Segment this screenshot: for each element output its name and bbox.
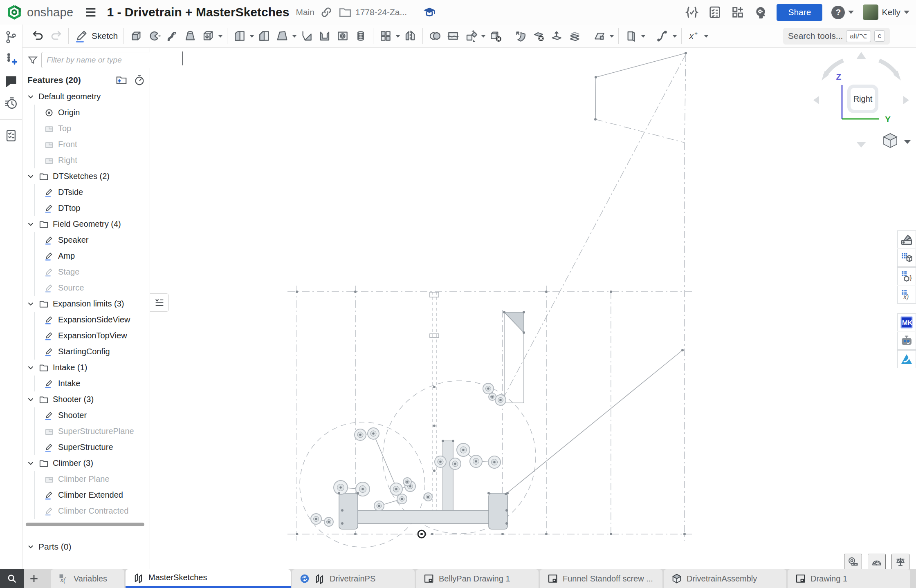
apps-grid-icon[interactable] [731,5,745,19]
fillet-caret-icon[interactable] [249,27,255,45]
tab-drivetrainassembly[interactable]: DrivetrainAssembly [664,569,786,588]
help-icon[interactable]: ? [831,6,845,19]
tab-drivetrainps[interactable]: DrivetrainPS [292,569,415,588]
versions-graph-icon[interactable] [4,30,18,44]
tape-measure-button[interactable] [844,554,862,569]
tree-group-intake-1-[interactable]: Intake (1) [27,360,150,376]
add-folder-icon[interactable] [115,74,128,86]
thicken-caret-icon[interactable] [217,27,224,45]
composite-button[interactable] [622,27,640,45]
alliance-app-button[interactable] [897,350,916,368]
tree-item-top[interactable]: Top [35,121,150,136]
user-name[interactable]: Kelly [882,7,900,17]
rib-button[interactable] [298,27,316,45]
curve-button[interactable] [653,27,671,45]
chevron-down-icon[interactable] [27,220,35,228]
comments-icon[interactable] [4,74,18,88]
tab-bellypan-drawing-1[interactable]: BellyPan Drawing 1 [416,569,539,588]
collapse-panel-button[interactable] [150,293,169,312]
configurations-button[interactable]: } [897,267,916,285]
filter-input[interactable] [41,52,152,68]
revolve-button[interactable] [145,27,163,45]
chevron-down-icon[interactable] [27,172,35,181]
tree-item-climber-contracted[interactable]: Climber Contracted [35,503,150,519]
plane-caret-icon[interactable] [608,27,615,45]
mirror-button[interactable] [401,27,419,45]
chevron-down-icon[interactable] [27,396,35,404]
tree-item-source[interactable]: Source [35,280,150,296]
custom-features-button[interactable]: x) [897,286,916,304]
workspace-name[interactable]: Main [296,7,314,17]
graphics-viewport[interactable]: Z Y Right }x)MK [150,48,916,569]
user-menu-caret-icon[interactable] [904,11,909,14]
sweep-button[interactable] [163,27,181,45]
version-link-icon[interactable] [319,5,333,19]
draft-button[interactable] [273,27,291,45]
share-button[interactable]: Share [777,4,822,21]
plane-button[interactable] [590,27,608,45]
tree-item-origin[interactable]: Origin [35,105,150,121]
tree-horizontal-scrollbar[interactable] [26,523,144,526]
variable-caret-icon[interactable] [703,27,709,45]
transform-caret-icon[interactable] [480,27,487,45]
featurescript-check-icon[interactable] [685,5,699,19]
history-icon[interactable] [4,96,18,110]
learning-center-icon[interactable] [754,5,768,19]
rotate-cw-icon[interactable] [879,60,898,76]
main-menu-icon[interactable] [84,5,98,19]
tree-item-speaker[interactable]: Speaker [35,232,150,248]
display-states-button[interactable] [897,249,916,267]
tree-item-amp[interactable]: Amp [35,248,150,264]
tree-group-shooter-3-[interactable]: Shooter (3) [27,391,150,407]
thicken-button[interactable] [199,27,217,45]
tree-item-superstructure[interactable]: SuperStructure [35,439,150,455]
transform-button[interactable] [462,27,480,45]
chamfer-button[interactable] [255,27,273,45]
offset-face-button[interactable] [548,27,566,45]
avatar[interactable] [863,4,878,20]
tree-item-dttop[interactable]: DTtop [35,200,150,216]
robot-app-button[interactable] [897,332,916,350]
tree-item-intake[interactable]: Intake [35,376,150,391]
shell-button[interactable] [316,27,334,45]
boolean-button[interactable] [426,27,444,45]
rotate-right-icon[interactable] [903,96,909,104]
linear-pattern-button[interactable] [377,27,395,45]
origin-marker[interactable] [418,530,425,538]
view-cube[interactable]: Z Y Right [801,49,916,156]
hole-button[interactable] [334,27,352,45]
protractor-button[interactable] [868,554,886,569]
tree-item-right[interactable]: Right [35,152,150,168]
split-button[interactable] [444,27,462,45]
rotate-down-icon[interactable] [856,142,866,148]
tree-item-expansionsideview[interactable]: ExpansionSideView [35,312,150,328]
tree-item-stage[interactable]: Stage [35,264,150,280]
view-face-label[interactable]: Right [853,94,873,103]
linear-pattern-caret-icon[interactable] [395,27,401,45]
tree-item-climber-extended[interactable]: Climber Extended [35,487,150,503]
tree-group-climber-3-[interactable]: Climber (3) [27,455,150,471]
help-caret-icon[interactable] [848,11,854,14]
parts-section-header[interactable]: Parts (0) [27,538,72,555]
tree-item-shooter[interactable]: Shooter [35,407,150,423]
search-tools-button[interactable]: Search tools...alt/⌥c [783,28,890,45]
rollback-icon[interactable] [133,74,146,86]
view-options-caret-icon[interactable] [904,140,911,144]
tab-search-button[interactable] [0,569,24,588]
education-plan-icon[interactable] [422,5,436,19]
replace-face-button[interactable] [566,27,584,45]
redo-button[interactable] [47,27,65,45]
add-tab-button[interactable] [24,569,44,588]
tree-item-front[interactable]: Front [35,136,150,152]
delete-face-button[interactable] [530,27,548,45]
follow-mode-icon[interactable] [4,129,18,143]
chevron-down-icon[interactable] [27,459,35,467]
tab-drawing-1[interactable]: Drawing 1 [788,569,910,588]
tree-group-expansion-limits-3-[interactable]: Expansion limits (3) [27,296,150,312]
fillet-button[interactable] [231,27,249,45]
delete-part-button[interactable] [487,27,505,45]
tree-item-dtside[interactable]: DTside [35,184,150,200]
extrude-button[interactable] [127,27,145,45]
mk-app-button[interactable]: MK [897,313,916,331]
tree-item-expansiontopview[interactable]: ExpansionTopView [35,328,150,344]
